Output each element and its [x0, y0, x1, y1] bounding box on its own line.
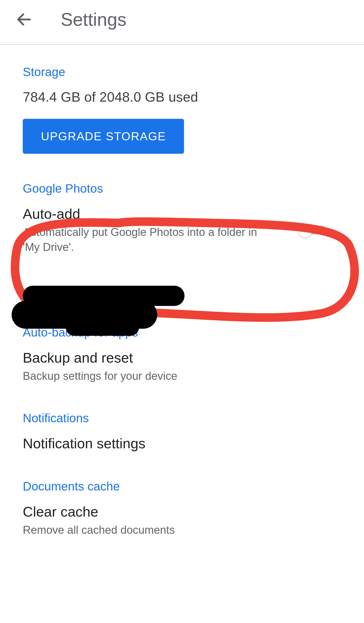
- setting-backup-reset[interactable]: Backup and reset Backup settings for you…: [23, 349, 341, 383]
- section-auto-backup: Auto-backup for apps Backup and reset Ba…: [23, 325, 341, 383]
- setting-notification-settings[interactable]: Notification settings: [23, 435, 341, 452]
- auto-add-title: Auto-add: [23, 206, 341, 222]
- auto-add-subtitle: Automatically put Google Photos into a f…: [23, 225, 276, 255]
- back-arrow-icon[interactable]: [15, 11, 33, 28]
- section-title-storage: Storage: [23, 65, 341, 79]
- notification-settings-title: Notification settings: [23, 435, 341, 452]
- page-title: Settings: [61, 9, 126, 30]
- section-notifications: Notifications Notification settings: [23, 411, 341, 452]
- backup-reset-subtitle: Backup settings for your device: [23, 368, 276, 383]
- setting-auto-add[interactable]: Auto-add Automatically put Google Photos…: [23, 206, 341, 255]
- clear-cache-subtitle: Remove all cached documents: [23, 522, 276, 537]
- section-title-auto-backup: Auto-backup for apps: [23, 325, 341, 339]
- setting-clear-cache[interactable]: Clear cache Remove all cached documents: [23, 503, 341, 537]
- toggle-thumb: [298, 223, 312, 237]
- app-header: Settings: [0, 0, 364, 45]
- clear-cache-title: Clear cache: [23, 503, 341, 520]
- auto-add-toggle[interactable]: [298, 223, 326, 238]
- settings-content: Storage 784.4 GB of 2048.0 GB used UPGRA…: [0, 45, 364, 538]
- section-documents-cache: Documents cache Clear cache Remove all c…: [23, 479, 341, 537]
- storage-usage-text: 784.4 GB of 2048.0 GB used: [23, 89, 341, 105]
- backup-reset-title: Backup and reset: [23, 349, 341, 366]
- section-google-photos: Google Photos Auto-add Automatically put…: [23, 182, 341, 255]
- section-title-notifications: Notifications: [23, 411, 341, 425]
- section-storage: Storage 784.4 GB of 2048.0 GB used UPGRA…: [23, 65, 341, 154]
- section-title-google-photos: Google Photos: [23, 182, 341, 195]
- upgrade-storage-button[interactable]: UPGRADE STORAGE: [23, 119, 184, 154]
- section-title-documents-cache: Documents cache: [23, 479, 341, 493]
